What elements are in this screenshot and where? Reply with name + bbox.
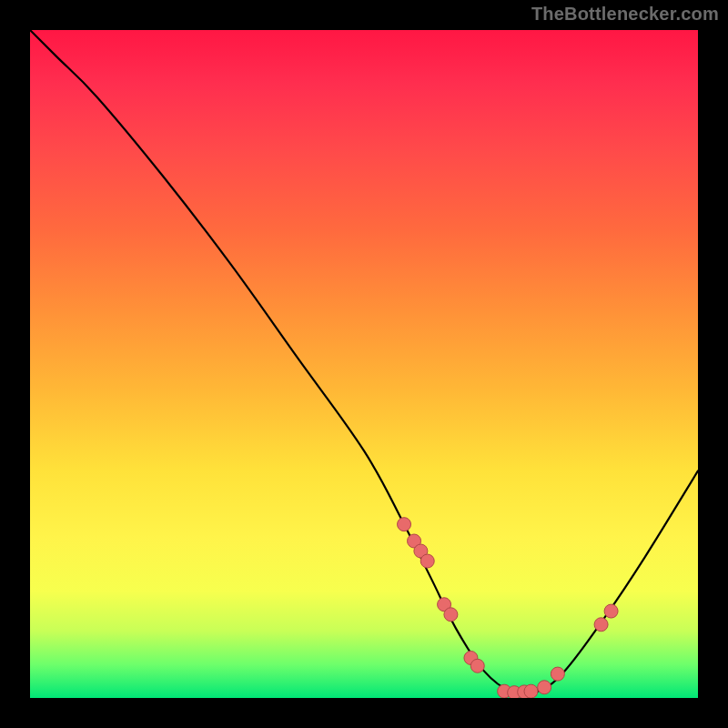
marker-group: [398, 518, 619, 698]
marker-dot: [524, 684, 538, 698]
plot-area: [30, 30, 698, 698]
marker-dot: [594, 618, 608, 632]
attribution-text: TheBottlenecker.com: [531, 4, 719, 25]
marker-dot: [398, 518, 411, 531]
marker-dot: [444, 608, 458, 622]
marker-dot: [470, 659, 484, 672]
marker-dot: [538, 681, 551, 694]
bottleneck-curve: [30, 30, 698, 694]
chart-svg: [30, 30, 698, 698]
marker-dot: [551, 667, 564, 681]
image-frame: TheBottlenecker.com: [0, 0, 728, 728]
marker-dot: [604, 604, 618, 618]
marker-dot: [420, 554, 434, 568]
